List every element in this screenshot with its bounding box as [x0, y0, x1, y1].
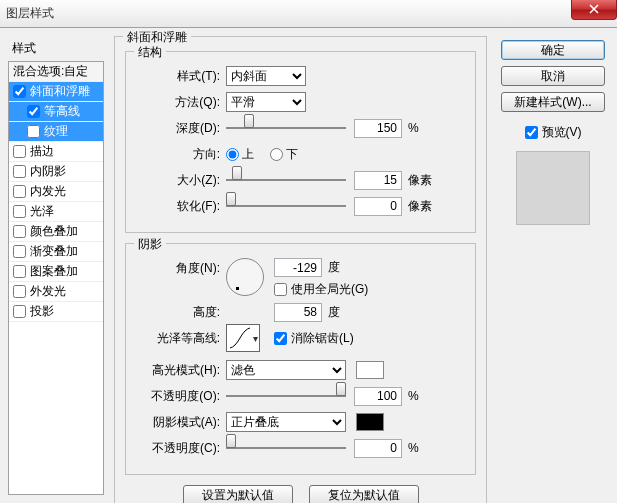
style-item-11[interactable]: 投影: [9, 302, 103, 322]
style-item-label: 投影: [30, 303, 54, 320]
style-item-checkbox[interactable]: [13, 165, 26, 178]
style-item-label: 外发光: [30, 283, 66, 300]
preview-checkbox[interactable]: 预览(V): [525, 124, 582, 141]
pct-unit-2: %: [408, 441, 419, 455]
shadow-opacity-slider[interactable]: [226, 440, 346, 456]
options-panel: 斜面和浮雕 结构 样式(T): 内斜面 方法(Q): 平滑 深度(D): %: [114, 36, 487, 495]
style-item-checkbox[interactable]: [13, 225, 26, 238]
global-light-checkbox[interactable]: 使用全局光(G): [274, 281, 368, 298]
highlight-opacity-input[interactable]: [354, 387, 402, 406]
direction-up-radio[interactable]: 上: [226, 146, 254, 163]
antialias-checkbox[interactable]: 消除锯齿(L): [274, 330, 354, 347]
close-icon: [588, 3, 600, 15]
style-item-checkbox[interactable]: [13, 85, 26, 98]
style-item-checkbox[interactable]: [27, 125, 40, 138]
style-item-label: 颜色叠加: [30, 223, 78, 240]
style-item-4[interactable]: 内阴影: [9, 162, 103, 182]
style-item-10[interactable]: 外发光: [9, 282, 103, 302]
angle-input[interactable]: [274, 258, 322, 277]
style-item-7[interactable]: 颜色叠加: [9, 222, 103, 242]
highlight-opacity-label: 不透明度(O):: [136, 388, 226, 405]
soften-unit: 像素: [408, 198, 432, 215]
shadow-mode-label: 阴影模式(A):: [136, 414, 226, 431]
style-label: 样式(T):: [136, 68, 226, 85]
reset-default-button[interactable]: 复位为默认值: [309, 485, 419, 503]
style-select[interactable]: 内斜面: [226, 66, 306, 86]
style-item-3[interactable]: 描边: [9, 142, 103, 162]
highlight-mode-label: 高光模式(H):: [136, 362, 226, 379]
styles-heading: 样式: [8, 36, 104, 61]
titlebar: 图层样式: [0, 0, 617, 28]
size-unit: 像素: [408, 172, 432, 189]
styles-panel: 样式 混合选项:自定 斜面和浮雕等高线纹理描边内阴影内发光光泽颜色叠加渐变叠加图…: [8, 36, 104, 495]
style-item-label: 内阴影: [30, 163, 66, 180]
style-item-9[interactable]: 图案叠加: [9, 262, 103, 282]
soften-input[interactable]: [354, 197, 402, 216]
size-input[interactable]: [354, 171, 402, 190]
blend-options-label: 混合选项:自定: [13, 63, 88, 80]
shadow-mode-select[interactable]: 正片叠底: [226, 412, 346, 432]
depth-slider[interactable]: [226, 120, 346, 136]
style-item-label: 纹理: [44, 123, 68, 140]
preview-thumbnail: [516, 151, 590, 225]
window-title: 图层样式: [6, 5, 54, 22]
angle-label: 角度(N):: [136, 258, 226, 277]
style-item-label: 光泽: [30, 203, 54, 220]
highlight-mode-select[interactable]: 滤色: [226, 360, 346, 380]
shadow-opacity-label: 不透明度(C):: [136, 440, 226, 457]
style-item-2[interactable]: 纹理: [9, 122, 103, 142]
curve-icon: [229, 327, 251, 349]
style-item-checkbox[interactable]: [13, 245, 26, 258]
direction-down-radio[interactable]: 下: [270, 146, 298, 163]
style-item-8[interactable]: 渐变叠加: [9, 242, 103, 262]
altitude-unit: 度: [328, 304, 340, 321]
style-item-checkbox[interactable]: [27, 105, 40, 118]
style-item-checkbox[interactable]: [13, 145, 26, 158]
altitude-label: 高度:: [136, 304, 226, 321]
structure-title: 结构: [134, 44, 166, 61]
style-item-checkbox[interactable]: [13, 265, 26, 278]
style-item-checkbox[interactable]: [13, 305, 26, 318]
method-select[interactable]: 平滑: [226, 92, 306, 112]
shading-group: 阴影 角度(N): 度 使用全局光(G) 高度:: [125, 243, 476, 475]
size-slider[interactable]: [226, 172, 346, 188]
new-style-button[interactable]: 新建样式(W)...: [501, 92, 605, 112]
highlight-color-swatch[interactable]: [356, 361, 384, 379]
highlight-opacity-slider[interactable]: [226, 388, 346, 404]
cancel-button[interactable]: 取消: [501, 66, 605, 86]
action-panel: 确定 取消 新建样式(W)... 预览(V): [497, 36, 609, 495]
pct-unit-1: %: [408, 389, 419, 403]
style-item-checkbox[interactable]: [13, 285, 26, 298]
style-item-6[interactable]: 光泽: [9, 202, 103, 222]
style-item-checkbox[interactable]: [13, 205, 26, 218]
ok-button[interactable]: 确定: [501, 40, 605, 60]
style-item-label: 描边: [30, 143, 54, 160]
size-label: 大小(Z):: [136, 172, 226, 189]
shading-title: 阴影: [134, 236, 166, 253]
gloss-contour-picker[interactable]: ▾: [226, 324, 260, 352]
altitude-input[interactable]: [274, 303, 322, 322]
soften-label: 软化(F):: [136, 198, 226, 215]
default-buttons-row: 设置为默认值 复位为默认值: [125, 485, 476, 503]
close-button[interactable]: [571, 0, 617, 20]
shadow-color-swatch[interactable]: [356, 413, 384, 431]
style-item-0[interactable]: 斜面和浮雕: [9, 82, 103, 102]
style-item-5[interactable]: 内发光: [9, 182, 103, 202]
depth-unit: %: [408, 121, 419, 135]
direction-label: 方向:: [136, 146, 226, 163]
style-item-1[interactable]: 等高线: [9, 102, 103, 122]
blend-options-row[interactable]: 混合选项:自定: [9, 62, 103, 82]
soften-slider[interactable]: [226, 198, 346, 214]
style-item-label: 渐变叠加: [30, 243, 78, 260]
shadow-opacity-input[interactable]: [354, 439, 402, 458]
structure-group: 结构 样式(T): 内斜面 方法(Q): 平滑 深度(D): % 方向:: [125, 51, 476, 233]
style-item-label: 等高线: [44, 103, 80, 120]
angle-wheel[interactable]: [226, 258, 264, 296]
style-item-label: 内发光: [30, 183, 66, 200]
style-item-checkbox[interactable]: [13, 185, 26, 198]
chevron-down-icon: ▾: [253, 333, 258, 344]
depth-input[interactable]: [354, 119, 402, 138]
gloss-contour-label: 光泽等高线:: [136, 330, 226, 347]
set-default-button[interactable]: 设置为默认值: [183, 485, 293, 503]
style-item-label: 图案叠加: [30, 263, 78, 280]
